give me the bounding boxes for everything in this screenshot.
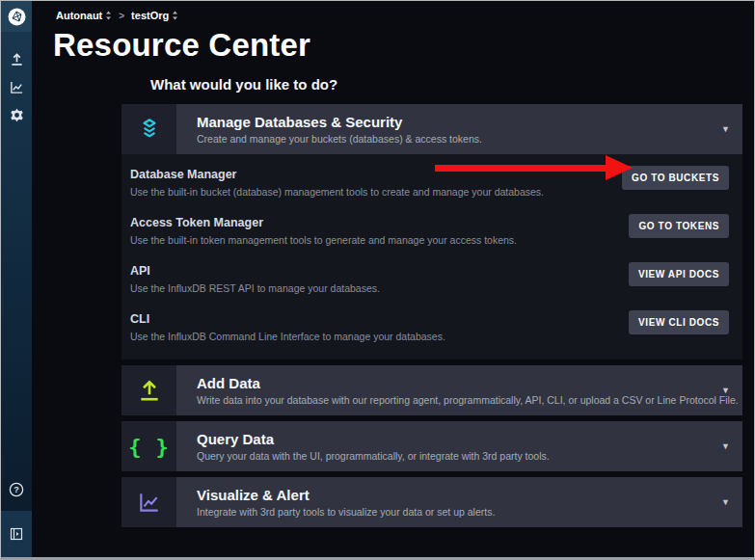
gear-icon[interactable] (9, 107, 24, 122)
sidebar-nav (9, 51, 24, 122)
card-title: Query Data (197, 431, 550, 447)
main-content: Autonaut > testOrg Resource Center What … (32, 1, 754, 557)
go-to-tokens-button[interactable]: GO TO TOKENS (629, 214, 729, 238)
breadcrumb-org[interactable]: Autonaut (56, 10, 112, 21)
line-chart-icon (121, 477, 176, 527)
card-description: Query your data with the UI, programmati… (197, 450, 550, 462)
expand-panel-icon[interactable] (1, 511, 32, 557)
upload-icon[interactable] (9, 51, 24, 67)
card-title: Visualize & Alert (197, 487, 495, 503)
chevron-down-icon[interactable]: ▼ (721, 497, 730, 507)
breadcrumb-separator: > (119, 11, 124, 21)
card-description: Create and manage your buckets (database… (197, 133, 482, 145)
card-description: Integrate with 3rd party tools to visual… (197, 506, 495, 518)
row-access-token-manager: Access Token Manager Use the built-in to… (121, 207, 742, 255)
influxdb-logo[interactable] (1, 1, 32, 32)
resource-center-panel: What would you like to do? Manage Databa… (121, 76, 742, 527)
upload-icon (121, 365, 176, 415)
go-to-buckets-button[interactable]: GO TO BUCKETS (622, 166, 729, 190)
braces-icon: { } (121, 421, 176, 471)
graph-icon[interactable] (9, 79, 24, 94)
chevron-down-icon[interactable]: ▼ (721, 386, 730, 395)
sidebar-bottom: ? (1, 480, 32, 557)
card-visualize-alert-header[interactable]: Visualize & Alert Integrate with 3rd par… (121, 477, 742, 527)
card-add-data-header[interactable]: Add Data Write data into your database w… (121, 365, 742, 415)
card-description: Write data into your database with our r… (197, 394, 739, 406)
page-subtitle: What would you like to do? (150, 76, 742, 93)
chevron-down-icon[interactable]: ▼ (721, 441, 730, 451)
help-icon[interactable]: ? (9, 480, 24, 511)
row-database-manager: Database Manager Use the built-in bucket… (121, 159, 742, 207)
card-manage-databases: Manage Databases & Security Create and m… (121, 104, 742, 360)
breadcrumb-suborg[interactable]: testOrg (131, 10, 178, 21)
card-header-main: Add Data Write data into your database w… (176, 365, 742, 415)
row-cli: CLI Use the InfluxDB Command Line Interf… (121, 304, 742, 352)
card-visualize-alert: Visualize & Alert Integrate with 3rd par… (121, 477, 742, 527)
breadcrumb-org-label: Autonaut (56, 10, 102, 21)
svg-text:?: ? (13, 485, 19, 494)
page-title: Resource Center (53, 27, 754, 64)
card-header-main: Query Data Query your data with the UI, … (176, 421, 742, 471)
card-header-main: Visualize & Alert Integrate with 3rd par… (176, 477, 742, 527)
card-manage-databases-header[interactable]: Manage Databases & Security Create and m… (121, 104, 742, 154)
chevron-down-icon[interactable]: ▼ (721, 124, 730, 134)
sort-caret-icon[interactable] (172, 11, 178, 20)
red-arrow-annotation (435, 165, 606, 172)
card-query-data: { } Query Data Query your data with the … (121, 421, 742, 471)
card-header-main: Manage Databases & Security Create and m… (176, 104, 742, 154)
row-api: API Use the InfluxDB REST API to manage … (121, 255, 742, 304)
card-title: Manage Databases & Security (197, 114, 482, 130)
view-api-docs-button[interactable]: VIEW API DOCS (629, 262, 729, 286)
breadcrumb: Autonaut > testOrg (56, 10, 754, 21)
breadcrumb-suborg-label: testOrg (131, 10, 169, 21)
card-title: Add Data (197, 375, 739, 391)
card-manage-databases-body: Database Manager Use the built-in bucket… (121, 154, 742, 360)
layers-icon (121, 104, 176, 154)
app-window: ? Autonaut > testOrg (0, 0, 755, 560)
card-query-data-header[interactable]: { } Query Data Query your data with the … (121, 421, 742, 471)
sidebar: ? (1, 1, 32, 557)
view-cli-docs-button[interactable]: VIEW CLI DOCS (629, 310, 729, 334)
sort-caret-icon[interactable] (105, 11, 112, 20)
card-add-data: Add Data Write data into your database w… (121, 365, 742, 415)
